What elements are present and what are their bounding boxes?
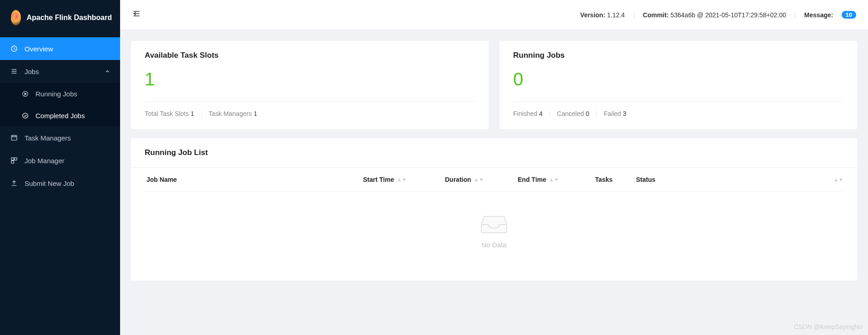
finished-label: Finished bbox=[513, 110, 537, 117]
available-slots-value: 1 bbox=[145, 69, 475, 90]
col-job-name[interactable]: Job Name bbox=[145, 176, 363, 183]
version-label: Version: bbox=[580, 11, 605, 19]
separator: | bbox=[201, 110, 202, 117]
sidebar-item-label: Overview bbox=[25, 45, 53, 53]
svg-rect-4 bbox=[11, 158, 14, 160]
separator: | bbox=[549, 110, 551, 117]
check-circle-icon bbox=[21, 112, 29, 119]
svg-point-2 bbox=[22, 113, 27, 118]
divider bbox=[513, 101, 843, 102]
job-table: Job Name Start Time▲▼ Duration▲▼ End Tim… bbox=[145, 168, 843, 280]
inbox-icon bbox=[480, 215, 508, 235]
svg-rect-6 bbox=[11, 161, 14, 163]
available-slots-card: Available Task Slots 1 Total Task Slots1… bbox=[131, 41, 489, 129]
commit-label: Commit: bbox=[643, 11, 669, 19]
divider bbox=[145, 101, 475, 102]
col-status[interactable]: Status▲▼ bbox=[636, 176, 843, 183]
canceled-label: Canceled bbox=[557, 110, 584, 117]
logo-row: Apache Flink Dashboard bbox=[0, 0, 120, 35]
col-tasks[interactable]: Tasks bbox=[595, 176, 636, 183]
sidebar-item-task-managers[interactable]: Task Managers bbox=[0, 126, 120, 149]
play-circle-icon bbox=[21, 90, 29, 97]
col-duration[interactable]: Duration▲▼ bbox=[445, 176, 518, 183]
card-title: Available Task Slots bbox=[145, 51, 475, 60]
message-label: Message: bbox=[804, 11, 833, 19]
dashboard-icon bbox=[10, 45, 18, 52]
sidebar-item-running-jobs[interactable]: Running Jobs bbox=[0, 83, 120, 105]
svg-rect-3 bbox=[11, 135, 17, 140]
sidebar-item-jobs[interactable]: Jobs bbox=[0, 60, 120, 83]
topbar-info: Version: 1.12.4 | Commit: 5364a6b @ 2021… bbox=[580, 11, 856, 19]
schedule-icon bbox=[10, 134, 18, 141]
commit-value: 5364a6b @ 2021-05-10T17:29:58+02:00 bbox=[671, 11, 786, 19]
sidebar-menu: Overview Jobs Running Jobs bbox=[0, 35, 120, 195]
jobs-substats: Finished4 | Canceled0 | Failed3 bbox=[513, 110, 843, 117]
sidebar-item-label: Task Managers bbox=[25, 134, 71, 142]
sidebar-item-label: Job Manager bbox=[25, 157, 65, 165]
topbar: Version: 1.12.4 | Commit: 5364a6b @ 2021… bbox=[120, 0, 868, 30]
chevron-up-icon bbox=[105, 68, 110, 75]
sidebar-item-label: Running Jobs bbox=[35, 90, 77, 98]
sidebar-item-completed-jobs[interactable]: Completed Jobs bbox=[0, 105, 120, 126]
separator: | bbox=[633, 11, 635, 19]
task-managers-label: Task Managers bbox=[208, 110, 252, 117]
running-jobs-value: 0 bbox=[513, 69, 843, 90]
upload-icon bbox=[10, 180, 18, 187]
version-value: 1.12.4 bbox=[607, 11, 625, 19]
task-managers-value: 1 bbox=[253, 110, 257, 117]
separator: | bbox=[794, 11, 796, 19]
card-title: Running Job List bbox=[145, 148, 843, 167]
content: Available Task Slots 1 Total Task Slots1… bbox=[120, 30, 868, 335]
separator: | bbox=[595, 110, 597, 117]
table-header: Job Name Start Time▲▼ Duration▲▼ End Tim… bbox=[145, 168, 843, 192]
failed-label: Failed bbox=[604, 110, 621, 117]
col-end-time[interactable]: End Time▲▼ bbox=[518, 176, 595, 183]
sidebar: Apache Flink Dashboard Overview Jobs bbox=[0, 0, 120, 335]
sidebar-item-label: Jobs bbox=[25, 68, 39, 75]
sidebar-item-label: Completed Jobs bbox=[35, 112, 85, 120]
main-area: Version: 1.12.4 | Commit: 5364a6b @ 2021… bbox=[120, 0, 868, 335]
build-icon bbox=[10, 157, 18, 164]
sidebar-item-label: Submit New Job bbox=[25, 180, 74, 187]
app-title: Apache Flink Dashboard bbox=[26, 14, 112, 22]
sidebar-item-submit-new-job[interactable]: Submit New Job bbox=[0, 172, 120, 195]
list-icon bbox=[10, 68, 18, 75]
sidebar-item-job-manager[interactable]: Job Manager bbox=[0, 149, 120, 172]
stats-row: Available Task Slots 1 Total Task Slots1… bbox=[131, 41, 857, 129]
flink-logo-icon bbox=[11, 10, 21, 25]
canceled-value: 0 bbox=[586, 110, 590, 117]
total-slots-label: Total Task Slots bbox=[145, 110, 189, 117]
sidebar-item-overview[interactable]: Overview bbox=[0, 37, 120, 60]
sort-icon: ▲▼ bbox=[549, 178, 559, 181]
svg-rect-5 bbox=[15, 158, 17, 160]
total-slots-value: 1 bbox=[191, 110, 194, 117]
sort-icon: ▲▼ bbox=[833, 178, 843, 181]
failed-value: 3 bbox=[623, 110, 626, 117]
sort-icon: ▲▼ bbox=[397, 178, 407, 181]
slots-substats: Total Task Slots1 | Task Managers1 bbox=[145, 110, 475, 117]
finished-value: 4 bbox=[539, 110, 543, 117]
message-count-badge[interactable]: 10 bbox=[842, 11, 856, 19]
menu-collapse-icon[interactable] bbox=[132, 9, 141, 20]
card-title: Running Jobs bbox=[513, 51, 843, 60]
running-job-list-card: Running Job List Job Name Start Time▲▼ D… bbox=[131, 138, 857, 280]
running-jobs-card: Running Jobs 0 Finished4 | Canceled0 | F… bbox=[500, 41, 857, 129]
empty-text: No Data bbox=[481, 241, 506, 249]
col-start-time[interactable]: Start Time▲▼ bbox=[363, 176, 445, 183]
sort-icon: ▲▼ bbox=[474, 178, 484, 181]
empty-state: No Data bbox=[145, 192, 843, 280]
